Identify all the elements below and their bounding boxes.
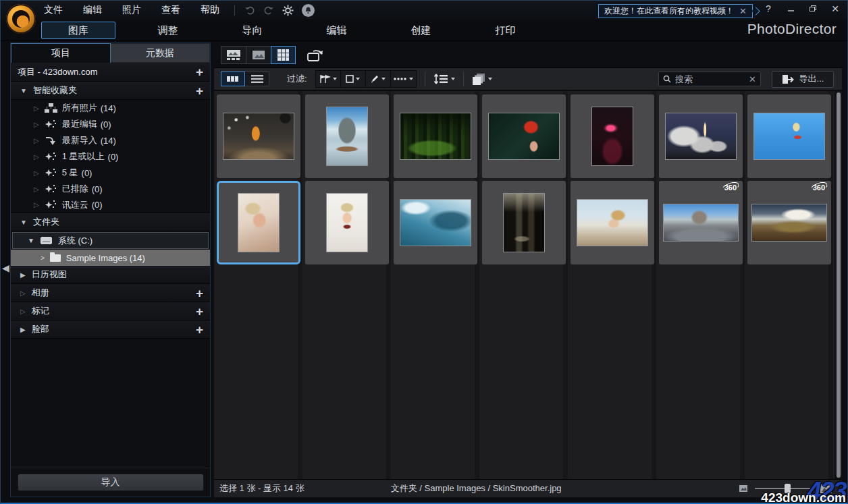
- undo-icon[interactable]: [244, 5, 255, 15]
- sort-button[interactable]: [433, 74, 455, 84]
- tab-library[interactable]: 图库: [41, 22, 115, 39]
- redo-icon[interactable]: [263, 5, 274, 15]
- tree-item-five-star[interactable]: ▷ 5 星 (0): [11, 165, 210, 181]
- tree-item-sample-images-selected[interactable]: > Sample Images (14): [11, 250, 210, 266]
- search-clear-icon[interactable]: ✕: [749, 74, 756, 84]
- photo-basketball-dunk[interactable]: [223, 113, 294, 160]
- photo-ocean-wave[interactable]: [400, 199, 471, 246]
- expand-arrow-icon[interactable]: ▷: [20, 308, 26, 315]
- photo-woman-smiling[interactable]: [238, 193, 280, 252]
- minimize-button[interactable]: [785, 3, 796, 14]
- photo-card-pano-road[interactable]: 360: [659, 181, 743, 264]
- browser-view-button[interactable]: [221, 46, 246, 64]
- expand-arrow-icon[interactable]: ▷: [20, 289, 26, 297]
- add-album-button[interactable]: +: [196, 287, 203, 300]
- expand-arrow-icon[interactable]: ▷: [34, 105, 39, 112]
- section-faces[interactable]: ▶ 脸部 +: [11, 320, 210, 339]
- photo-rocket-launch[interactable]: [665, 113, 737, 160]
- list-mode-button[interactable]: [245, 72, 269, 86]
- expand-arrow-icon[interactable]: ▷: [34, 201, 39, 208]
- collapse-arrow-icon[interactable]: ▼: [20, 87, 27, 94]
- tree-item-one-star-up[interactable]: ▷ 1 星或以上 (0): [11, 148, 210, 165]
- stack-button[interactable]: [472, 73, 492, 86]
- expand-arrow-icon[interactable]: ▷: [34, 121, 39, 128]
- expand-arrow-icon[interactable]: ▷: [34, 153, 39, 161]
- tree-item-drive-c[interactable]: ▼ 系统 (C:): [12, 232, 209, 249]
- tab-print[interactable]: 打印: [463, 20, 548, 41]
- scrollbar-thumb[interactable]: [837, 92, 841, 478]
- photo-card-maple-leaf[interactable]: [482, 94, 566, 178]
- photo-woman-beach[interactable]: [577, 199, 648, 246]
- photo-skateboarder[interactable]: [753, 113, 825, 160]
- tab-edit[interactable]: 编辑: [294, 20, 379, 41]
- small-thumbnail-icon[interactable]: [739, 484, 748, 493]
- collapse-arrow-icon[interactable]: ▶: [20, 271, 26, 279]
- tab-project[interactable]: 项目: [11, 43, 111, 63]
- add-tag-button[interactable]: +: [196, 305, 203, 318]
- flag-filter-button[interactable]: [316, 71, 341, 87]
- section-smart-collection[interactable]: ▼ 智能收藏夹 +: [11, 82, 210, 100]
- menu-photo[interactable]: 照片: [122, 4, 141, 16]
- grid-view-button[interactable]: [271, 46, 296, 64]
- notification-bell-icon[interactable]: [302, 4, 315, 17]
- section-albums[interactable]: ▷ 相册 +: [11, 284, 210, 302]
- photo-card-neon-sign[interactable]: [571, 94, 654, 178]
- tree-item-recently-edited[interactable]: ▷ 最近编辑 (0): [11, 116, 210, 132]
- expand-arrow-icon[interactable]: >: [41, 254, 45, 262]
- photo-pano-valley[interactable]: [751, 204, 827, 242]
- tab-adjust[interactable]: 调整: [126, 20, 210, 41]
- settings-gear-icon[interactable]: [282, 5, 294, 16]
- photo-pano-road[interactable]: [663, 204, 739, 242]
- menu-view[interactable]: 查看: [161, 4, 180, 16]
- photo-neon-sign[interactable]: [591, 107, 633, 166]
- collapse-arrow-icon[interactable]: ▼: [20, 219, 27, 226]
- photo-card-window-light[interactable]: [482, 181, 566, 264]
- photo-card-basketball-dunk[interactable]: [217, 94, 300, 178]
- menu-file[interactable]: 文件: [44, 4, 63, 16]
- rotate-photo-button[interactable]: [307, 49, 324, 62]
- photo-woman-laughing[interactable]: [326, 193, 368, 252]
- close-button[interactable]: ✕: [830, 3, 841, 14]
- photo-card-woman-smiling[interactable]: [217, 181, 300, 264]
- project-row[interactable]: 项目 - 423down.com +: [11, 63, 210, 82]
- welcome-close-icon[interactable]: ✕: [739, 6, 747, 16]
- expand-arrow-icon[interactable]: ▷: [34, 169, 39, 177]
- sidebar-collapse-handle[interactable]: ◀: [2, 262, 9, 273]
- search-input[interactable]: [675, 74, 745, 84]
- app-help-button[interactable]: ?: [763, 3, 774, 14]
- expand-arrow-icon[interactable]: ▷: [34, 137, 39, 144]
- tree-item-all-photos[interactable]: ▷ 所有照片 (14): [11, 100, 210, 116]
- grid-scrollbar[interactable]: [834, 91, 842, 479]
- add-face-button[interactable]: +: [196, 323, 203, 336]
- import-button[interactable]: 导入: [18, 474, 204, 491]
- slider-handle[interactable]: [785, 484, 791, 493]
- photo-card-pano-valley[interactable]: 360: [747, 181, 831, 264]
- photo-forest[interactable]: [400, 113, 471, 160]
- single-view-button[interactable]: [246, 46, 271, 64]
- photo-window-light[interactable]: [503, 193, 545, 252]
- thumbnail-mode-button[interactable]: [221, 72, 245, 86]
- thumbnail-size-slider[interactable]: [755, 488, 813, 489]
- photo-card-woman-beach[interactable]: [571, 181, 654, 264]
- edited-filter-button[interactable]: [366, 71, 391, 87]
- section-folders[interactable]: ▼ 文件夹: [11, 213, 210, 231]
- tab-metadata[interactable]: 元数据: [111, 43, 210, 63]
- restore-button[interactable]: [807, 3, 818, 14]
- menu-help[interactable]: 帮助: [201, 4, 219, 16]
- photo-card-ocean-wave[interactable]: [394, 181, 477, 264]
- section-calendar-view[interactable]: ▶ 日历视图: [11, 266, 210, 284]
- add-project-button[interactable]: +: [196, 65, 203, 78]
- photo-card-forest[interactable]: [394, 94, 477, 178]
- photo-karst-boat[interactable]: [326, 107, 368, 166]
- tree-item-latest-imports[interactable]: ▷ 最新导入 (14): [11, 132, 210, 148]
- photo-card-rocket-launch[interactable]: [659, 94, 743, 178]
- collapse-arrow-icon[interactable]: ▶: [20, 326, 26, 333]
- menu-edit[interactable]: 编辑: [83, 4, 102, 16]
- section-tags[interactable]: ▷ 标记 +: [11, 302, 210, 320]
- tree-item-cyberlink-cloud[interactable]: ▷ 讯连云 (0): [11, 197, 210, 213]
- add-smart-collection-button[interactable]: +: [196, 84, 203, 97]
- photo-card-karst-boat[interactable]: [305, 94, 389, 178]
- photo-card-skateboarder[interactable]: [747, 94, 831, 178]
- more-filter-button[interactable]: [391, 71, 416, 87]
- photo-maple-leaf[interactable]: [488, 113, 560, 160]
